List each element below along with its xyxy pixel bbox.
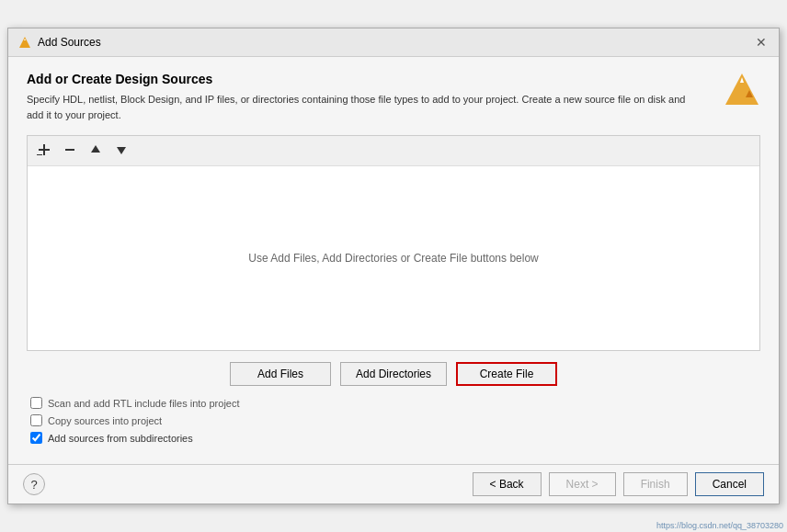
option-add-subdirs: Add sources from subdirectories: [30, 432, 757, 444]
title-bar: Add Sources ✕: [8, 28, 779, 57]
next-button[interactable]: Next >: [549, 472, 616, 496]
svg-marker-9: [91, 145, 100, 153]
footer-left: ?: [23, 473, 45, 495]
add-files-button[interactable]: Add Files: [230, 362, 331, 386]
svg-rect-7: [37, 154, 42, 155]
add-subdirs-label: Add sources from subdirectories: [48, 433, 193, 444]
vivado-title-icon: [17, 35, 32, 50]
dialog-footer: ? < Back Next > Finish Cancel: [8, 464, 779, 504]
action-buttons-row: Add Files Add Directories Create File: [27, 362, 760, 386]
file-list-area: Use Add Files, Add Directories or Create…: [28, 166, 759, 350]
options-section: Scan and add RTL include files into proj…: [27, 397, 760, 444]
scan-rtl-checkbox[interactable]: [30, 397, 42, 409]
header-text: Add or Create Design Sources Specify HDL…: [27, 72, 714, 122]
create-file-button[interactable]: Create File: [456, 362, 557, 386]
watermark: https://blog.csdn.net/qq_38703280: [656, 521, 783, 530]
header-title: Add or Create Design Sources: [27, 72, 714, 86]
dialog-body: Add or Create Design Sources Specify HDL…: [8, 57, 779, 464]
up-arrow-icon: [89, 143, 102, 159]
finish-button[interactable]: Finish: [623, 472, 688, 496]
dialog-title: Add Sources: [38, 36, 101, 49]
footer-right: < Back Next > Finish Cancel: [473, 472, 764, 496]
file-list-container: Use Add Files, Add Directories or Create…: [27, 135, 760, 351]
svg-marker-0: [19, 37, 30, 48]
vivado-logo: [724, 72, 760, 108]
option-scan-rtl: Scan and add RTL include files into proj…: [30, 397, 757, 409]
back-button[interactable]: < Back: [473, 472, 542, 496]
header-description: Specify HDL, netlist, Block Design, and …: [27, 92, 689, 122]
scan-rtl-label: Scan and add RTL include files into proj…: [48, 398, 240, 409]
move-down-toolbar-button[interactable]: [110, 140, 132, 162]
option-copy-sources: Copy sources into project: [30, 414, 757, 426]
title-bar-left: Add Sources: [17, 35, 101, 50]
svg-marker-10: [117, 147, 126, 154]
help-button[interactable]: ?: [23, 473, 45, 495]
copy-sources-checkbox[interactable]: [30, 414, 42, 426]
add-subdirs-checkbox[interactable]: [30, 432, 42, 444]
plus-icon: [37, 142, 51, 160]
file-list-placeholder: Use Add Files, Add Directories or Create…: [248, 252, 538, 265]
svg-rect-6: [39, 149, 50, 151]
copy-sources-label: Copy sources into project: [48, 415, 162, 426]
add-sources-dialog: Add Sources ✕ Add or Create Design Sourc…: [7, 28, 780, 504]
add-file-toolbar-button[interactable]: [33, 140, 55, 162]
toolbar: [28, 136, 759, 166]
svg-rect-8: [65, 149, 74, 151]
move-up-toolbar-button[interactable]: [85, 140, 107, 162]
cancel-button[interactable]: Cancel: [695, 472, 764, 496]
minus-icon: [63, 143, 76, 159]
close-button[interactable]: ✕: [753, 34, 770, 51]
add-directories-button[interactable]: Add Directories: [340, 362, 447, 386]
header-section: Add or Create Design Sources Specify HDL…: [27, 72, 760, 122]
remove-file-toolbar-button[interactable]: [59, 140, 81, 162]
down-arrow-icon: [115, 143, 128, 159]
